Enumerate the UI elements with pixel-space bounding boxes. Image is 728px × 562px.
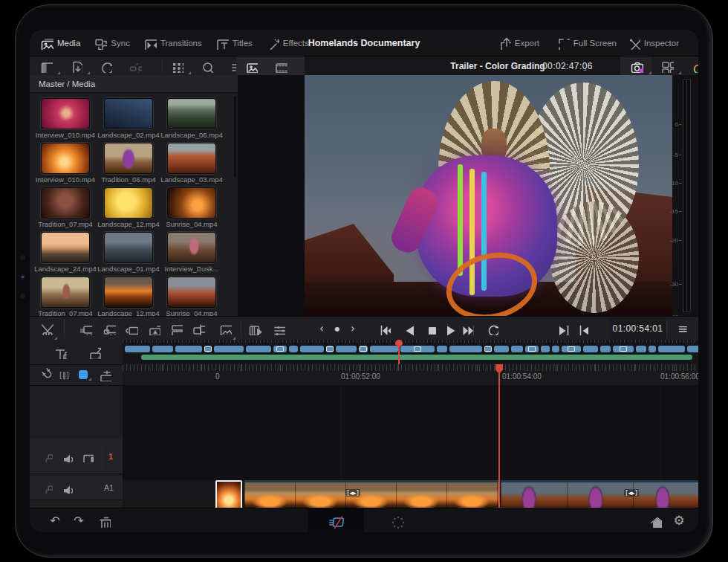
color-enhance-button[interactable] — [682, 56, 698, 75]
effects-icon — [266, 36, 279, 50]
media-clip[interactable]: Interview_010.mp4 — [34, 97, 97, 142]
timeline-video-clip[interactable] — [244, 480, 498, 508]
redo-button[interactable]: ↷ — [67, 508, 91, 532]
audio-track-mute-button[interactable] — [61, 482, 73, 494]
media-clip-name: Landscape_01.mp4 — [94, 265, 163, 273]
tab-titles[interactable]: Titles — [215, 36, 253, 50]
media-clip[interactable]: Landscape_03.mp4 — [160, 142, 224, 187]
overwrite-clip-button[interactable] — [98, 317, 120, 340]
timeline-options-button[interactable]: ≡ — [672, 317, 694, 340]
media-clip-name: Tradition_07.mp4 — [34, 309, 100, 316]
tools-button[interactable] — [267, 317, 290, 340]
timeline-playhead[interactable] — [498, 364, 500, 508]
skip-end-icon — [461, 322, 474, 335]
replace-clip-button[interactable] — [120, 317, 143, 340]
camera-button[interactable] — [620, 56, 652, 75]
track-height-button[interactable] — [98, 368, 111, 381]
import-file-icon — [69, 59, 82, 73]
settings-button[interactable]: ⚙ — [667, 508, 691, 532]
tab-transitions[interactable]: Transitions — [143, 36, 202, 50]
delete-button[interactable] — [92, 508, 116, 532]
jog-reverse-button[interactable]: ‹ — [315, 317, 328, 340]
tab-media[interactable]: Media — [40, 36, 80, 50]
media-clip-thumbnail — [41, 232, 90, 263]
video-track-enable-button[interactable] — [82, 450, 94, 462]
timeline-video-clip[interactable] — [501, 480, 698, 508]
undo-button[interactable]: ↶ — [43, 508, 67, 532]
broken-link-icon — [129, 59, 142, 73]
go-to-end-button[interactable] — [456, 317, 478, 340]
jump-to-marker-button[interactable]: [‖] — [59, 371, 69, 379]
minimap-clip-segment — [125, 346, 150, 352]
play-reverse-button[interactable] — [397, 317, 419, 340]
meter-tick-label: -10 — [669, 180, 678, 187]
media-clip[interactable]: Landscape_24.mp4 — [34, 231, 97, 276]
import-media-button[interactable] — [61, 56, 91, 75]
timeline-minimap[interactable] — [123, 340, 698, 365]
multicam-button[interactable] — [652, 56, 682, 75]
insert-clip-button[interactable] — [74, 317, 97, 340]
jog-shuttle-button[interactable]: ● — [331, 317, 344, 340]
video-track-lock-button[interactable] — [42, 450, 53, 462]
meter-tick-label: 0 — [675, 121, 678, 128]
tab-effects[interactable]: Effects — [266, 36, 309, 50]
inspector-button[interactable]: Inspector — [627, 36, 679, 50]
color-page-tab[interactable] — [385, 508, 409, 532]
minimap-playhead[interactable] — [398, 340, 400, 364]
place-on-top-button[interactable] — [143, 317, 165, 340]
bin-sidebar-button[interactable] — [31, 56, 61, 75]
media-clip[interactable]: Sunrise_04.mp4 — [160, 276, 224, 316]
go-to-start-button[interactable] — [373, 317, 395, 340]
media-clip[interactable]: Landscape_01.mp4 — [97, 231, 160, 276]
viewer-timecode[interactable]: 00:02:47:06 — [542, 61, 611, 71]
clip-overlay-button[interactable] — [88, 346, 101, 359]
cut-page-tab[interactable] — [308, 508, 364, 532]
video-track-audio-button[interactable] — [61, 450, 73, 462]
jog-forward-button[interactable]: › — [346, 317, 360, 340]
filmstrip-view-button[interactable] — [266, 56, 296, 75]
audio-track-lock-button[interactable] — [42, 482, 53, 494]
relink-media-button[interactable] — [120, 56, 150, 75]
add-marker-button[interactable] — [79, 368, 92, 381]
media-clip[interactable]: Sunrise_04.mp4 — [160, 187, 224, 231]
media-clip[interactable]: Tradition_06.mp4 — [97, 142, 160, 187]
meter-tick-mark — [679, 211, 681, 212]
snapping-button[interactable] — [39, 368, 52, 381]
fullscreen-button[interactable]: Full Screen — [556, 36, 617, 50]
media-clip[interactable]: Tradition_07.mp4 — [34, 187, 97, 231]
toolbar-separator — [666, 320, 667, 337]
media-clip[interactable]: Landscape_12.mp4 — [97, 276, 160, 316]
smooth-cut-button[interactable] — [214, 317, 236, 340]
export-label: Export — [515, 39, 539, 48]
media-clip[interactable]: Landscape_12.mp4 — [97, 187, 160, 231]
media-clip-name: Landscape_12.mp4 — [94, 309, 163, 316]
tab-transitions-label: Transitions — [160, 39, 202, 48]
split-clip-button[interactable] — [36, 317, 58, 340]
clip-view-options-button[interactable] — [162, 56, 192, 75]
replace-clip-icon — [125, 322, 138, 335]
timeline-ruler[interactable]: 001:00:52:0001:00:54:0001:00:56:00 — [123, 364, 698, 386]
media-grid-scrollbar[interactable] — [234, 96, 236, 178]
media-clip[interactable]: Interview_Dusk... — [160, 231, 224, 276]
tab-sync[interactable]: Sync — [94, 36, 130, 50]
home-button[interactable] — [643, 508, 667, 532]
source-tape-button[interactable] — [244, 317, 266, 340]
media-clip[interactable]: Landscape_06.mp4 — [160, 97, 224, 142]
ripple-overwrite-button[interactable] — [187, 317, 209, 340]
trim-mode-button[interactable] — [53, 346, 67, 359]
export-button[interactable]: Export — [498, 36, 539, 50]
thumbnail-view-button[interactable] — [236, 56, 266, 75]
loop-button[interactable] — [481, 317, 503, 340]
resync-media-button[interactable] — [91, 56, 120, 75]
media-clip[interactable]: Interview_010.mp4 — [34, 142, 97, 187]
timeline-video-clip[interactable] — [215, 480, 242, 508]
media-clip[interactable]: Landscape_02.mp4 — [97, 97, 160, 142]
search-button[interactable] — [192, 56, 221, 75]
media-clip[interactable]: Tradition_07.mp4 — [34, 276, 97, 316]
transitions-icon — [143, 36, 157, 50]
previous-edit-button[interactable] — [571, 317, 593, 340]
timeline-timecode[interactable]: 01:00:54:01 — [609, 317, 666, 340]
viewer-canvas[interactable] — [305, 75, 672, 316]
bin-breadcrumb[interactable]: Master / Media — [30, 75, 238, 93]
append-clip-button[interactable] — [165, 317, 187, 340]
